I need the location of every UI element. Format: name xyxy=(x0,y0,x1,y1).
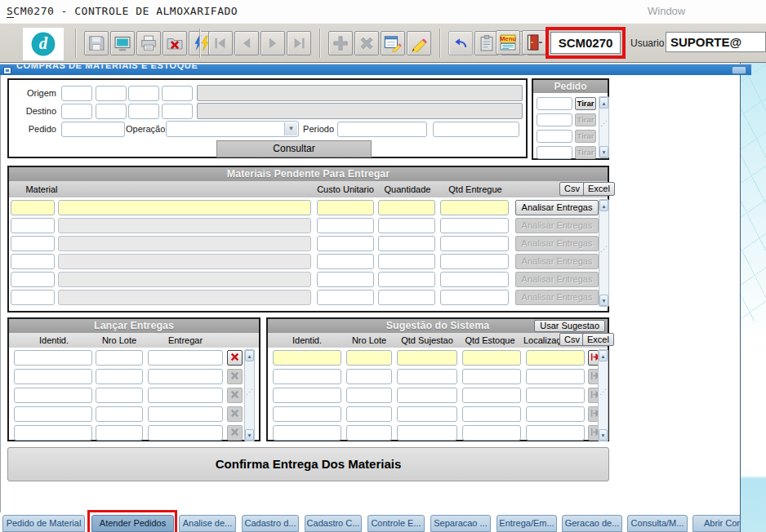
localizacao-field[interactable] xyxy=(526,406,585,422)
menu-window[interactable]: Window xyxy=(648,5,685,17)
custo-unitario-field[interactable] xyxy=(317,200,374,215)
scroll-up-icon[interactable]: ▲ xyxy=(599,97,608,109)
localizacao-field[interactable] xyxy=(526,388,585,403)
pedido-scrollbar[interactable]: ▲ ⋰ ▼ xyxy=(599,96,609,158)
child-window-titlebar[interactable]: COMPRAS DE MATERIAIS E ESTOQUE xyxy=(0,64,751,75)
pedido-item-field[interactable] xyxy=(537,97,572,110)
identid-field[interactable] xyxy=(14,425,92,441)
qtd-sujestao-field[interactable] xyxy=(397,369,457,384)
nro-lote-field[interactable] xyxy=(96,406,143,422)
custo-unitario-field[interactable] xyxy=(317,272,374,287)
origem-field-1[interactable] xyxy=(61,86,92,101)
qtd-sujestao-field[interactable] xyxy=(397,350,457,366)
entregar-field[interactable] xyxy=(148,350,223,366)
scroll-down-icon[interactable]: ▼ xyxy=(599,429,608,441)
quantidade-field[interactable] xyxy=(378,218,435,233)
entregar-field[interactable] xyxy=(148,369,223,384)
tab-separacao[interactable]: Separacao ... xyxy=(430,515,491,532)
tab-pedido-de-material[interactable]: Pedido de Material xyxy=(2,515,85,532)
csv-button[interactable]: Csv xyxy=(559,182,585,196)
undo-button[interactable] xyxy=(448,31,473,55)
nro-lote-field[interactable] xyxy=(346,406,392,422)
qtd-estoque-field[interactable] xyxy=(462,350,521,366)
identid-field[interactable] xyxy=(273,350,341,366)
pedido-item-field[interactable] xyxy=(537,113,572,126)
quantidade-field[interactable] xyxy=(378,254,435,269)
screen-button[interactable] xyxy=(110,31,135,55)
material-code-field[interactable] xyxy=(11,272,55,287)
qtd-sujestao-field[interactable] xyxy=(397,388,457,403)
scroll-up-icon[interactable]: ▲ xyxy=(599,350,608,361)
nro-lote-field[interactable] xyxy=(96,369,143,384)
nro-lote-field[interactable] xyxy=(346,369,392,384)
custo-unitario-field[interactable] xyxy=(317,236,374,251)
tab-cadastro-c[interactable]: Cadastro C... xyxy=(305,515,362,532)
nro-lote-field[interactable] xyxy=(346,388,392,403)
tab-controle[interactable]: Controle E... xyxy=(367,515,425,532)
identid-field[interactable] xyxy=(273,425,341,441)
chevron-down-icon[interactable]: ▼ xyxy=(284,122,297,135)
tab-cadastro-d[interactable]: Cadastro d... xyxy=(242,515,299,532)
excel-button[interactable]: Excel xyxy=(582,333,614,346)
lancar-scrollbar[interactable]: ▲ ⋰ ▼ xyxy=(244,349,255,441)
destino-field-3[interactable] xyxy=(128,104,159,119)
quantidade-field[interactable] xyxy=(378,236,435,251)
qtd-entregue-field[interactable] xyxy=(440,218,509,233)
nro-lote-field[interactable] xyxy=(96,425,143,441)
custo-unitario-field[interactable] xyxy=(317,290,374,305)
edit-grid-button[interactable] xyxy=(381,31,405,55)
identid-field[interactable] xyxy=(14,388,92,403)
qtd-estoque-field[interactable] xyxy=(462,369,521,384)
material-code-field[interactable] xyxy=(11,200,55,215)
usuario-field[interactable]: SUPORTE@ xyxy=(666,32,766,52)
localizacao-field[interactable] xyxy=(526,350,585,366)
excel-button[interactable]: Excel xyxy=(583,182,615,196)
qtd-entregue-field[interactable] xyxy=(440,290,509,305)
menu-button[interactable]: Menu xyxy=(496,30,520,55)
qtd-sujestao-field[interactable] xyxy=(397,425,457,441)
usar-sugestao-button[interactable]: Usar Sugestao xyxy=(534,320,605,332)
destino-field-4[interactable] xyxy=(162,104,193,119)
material-code-field[interactable] xyxy=(11,254,55,269)
nro-lote-field[interactable] xyxy=(96,388,143,403)
analisar-entregas-button[interactable]: Analisar Entregas xyxy=(515,200,599,215)
scroll-down-icon[interactable]: ▼ xyxy=(245,429,254,441)
tab-entrega[interactable]: Entrega/Em... xyxy=(497,515,557,532)
identid-field[interactable] xyxy=(14,350,92,366)
destino-field-1[interactable] xyxy=(61,104,92,119)
entregar-field[interactable] xyxy=(148,425,223,441)
material-code-field[interactable] xyxy=(11,218,55,233)
destino-field-2[interactable] xyxy=(96,104,127,119)
localizacao-field[interactable] xyxy=(526,425,585,441)
minimize-button[interactable] xyxy=(732,66,746,74)
quantidade-field[interactable] xyxy=(378,272,435,287)
custo-unitario-field[interactable] xyxy=(317,254,374,269)
clear-button[interactable] xyxy=(407,31,431,55)
tab-geracao[interactable]: Geracao de... xyxy=(562,515,622,532)
identid-field[interactable] xyxy=(273,369,341,384)
delete-folder-button[interactable] xyxy=(163,31,187,55)
scroll-down-icon[interactable]: ▼ xyxy=(599,146,608,157)
pedido-item-field[interactable] xyxy=(537,130,572,143)
qtd-entregue-field[interactable] xyxy=(440,236,509,251)
periodo-to-field[interactable] xyxy=(433,122,519,137)
origem-field-4[interactable] xyxy=(162,86,193,101)
sugestao-scrollbar[interactable]: ▲ ⋰ ▼ xyxy=(598,349,608,441)
quantidade-field[interactable] xyxy=(378,290,435,305)
operacao-select[interactable]: ▼ xyxy=(166,121,299,137)
tirar-button[interactable]: Tirar xyxy=(575,97,596,110)
qtd-entregue-field[interactable] xyxy=(440,272,509,287)
nro-lote-field[interactable] xyxy=(346,425,392,441)
confirma-entrega-button[interactable]: Confirma Entrega Dos Materiais xyxy=(7,447,609,481)
program-code-field[interactable]: SCM0270 xyxy=(550,32,621,54)
tab-analise[interactable]: Analise de... xyxy=(179,515,236,532)
material-code-field[interactable] xyxy=(11,236,55,251)
scroll-down-icon[interactable]: ▼ xyxy=(599,295,608,306)
scroll-up-icon[interactable]: ▲ xyxy=(245,350,254,361)
qtd-estoque-field[interactable] xyxy=(462,406,521,422)
qtd-sujestao-field[interactable] xyxy=(397,406,457,422)
csv-button[interactable]: Csv xyxy=(559,333,585,346)
custo-unitario-field[interactable] xyxy=(317,218,374,233)
materials-scrollbar[interactable]: ▲ ⋰ ▼ xyxy=(599,199,609,307)
identid-field[interactable] xyxy=(14,406,92,422)
